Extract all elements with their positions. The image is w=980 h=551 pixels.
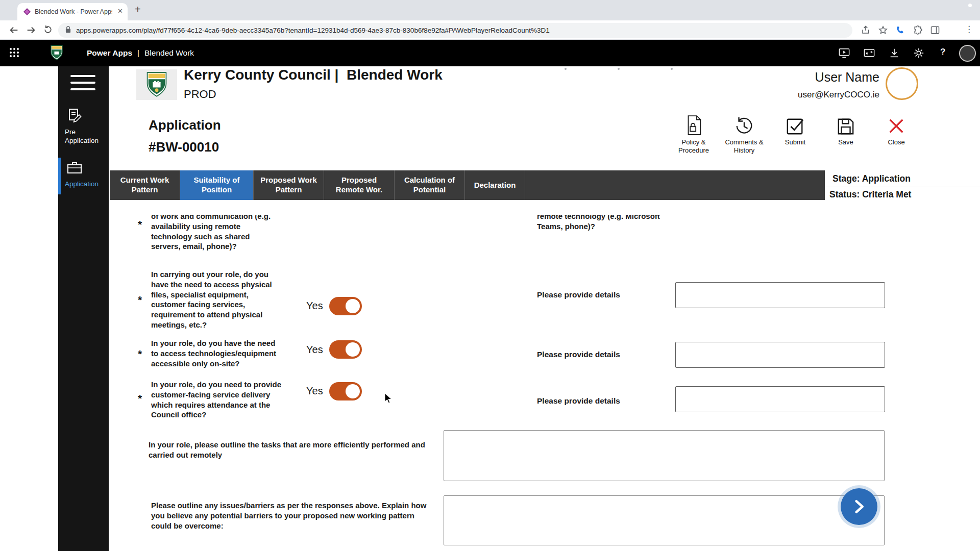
hamburger-menu-icon[interactable] bbox=[70, 75, 95, 95]
action-label: Submit bbox=[785, 138, 805, 146]
tab-suitability-of-position[interactable]: Suitability of Position bbox=[180, 170, 254, 200]
history-clock-icon bbox=[734, 111, 754, 136]
remote-tasks-textarea[interactable] bbox=[444, 430, 885, 481]
app-launcher-waffle-icon[interactable] bbox=[9, 47, 19, 60]
browser-menu-icon[interactable]: ⋮ bbox=[965, 24, 973, 35]
window-control-dot bbox=[968, 4, 972, 7]
browser-tab[interactable]: Blended Work - Power Apps ✕ bbox=[17, 3, 128, 20]
user-name: User Name bbox=[815, 70, 879, 85]
back-button[interactable] bbox=[8, 24, 19, 36]
sidebar-item-pre-application[interactable]: Pre Application bbox=[65, 128, 107, 145]
tab-calculation-of-potential[interactable]: Calculation of Potential bbox=[395, 170, 465, 200]
settings-gear-icon[interactable] bbox=[913, 47, 924, 59]
submit-button[interactable]: Submit bbox=[771, 111, 820, 146]
tab-title: Blended Work - Power Apps bbox=[35, 8, 112, 15]
tab-proposed-work-pattern[interactable]: Proposed Work Pattern bbox=[254, 170, 324, 200]
comments-history-button[interactable]: Comments & History bbox=[720, 111, 769, 155]
record-number: #BW-00010 bbox=[149, 139, 219, 155]
stage-divider bbox=[825, 187, 980, 187]
reload-button[interactable] bbox=[43, 24, 54, 36]
phone-extension-icon[interactable] bbox=[895, 25, 905, 35]
user-avatar[interactable] bbox=[886, 67, 918, 100]
floppy-save-icon bbox=[837, 111, 855, 136]
help-icon[interactable]: ? bbox=[940, 47, 945, 57]
share-icon[interactable] bbox=[861, 25, 871, 35]
bookmark-star-icon[interactable] bbox=[878, 25, 888, 35]
save-button[interactable]: Save bbox=[821, 111, 870, 146]
yes-toggle[interactable] bbox=[329, 340, 362, 359]
checkbox-check-icon bbox=[786, 111, 805, 136]
fit-to-screen-icon[interactable] bbox=[864, 47, 875, 59]
present-screen-icon[interactable] bbox=[839, 47, 850, 59]
mouse-cursor bbox=[384, 393, 394, 406]
details-label: Please provide details bbox=[537, 290, 620, 299]
issues-barriers-textarea[interactable] bbox=[444, 495, 885, 545]
toggle-value-label: Yes bbox=[306, 300, 323, 312]
form-tab-bar: Current Work Pattern Suitability of Posi… bbox=[110, 170, 825, 200]
action-label: Save bbox=[838, 138, 853, 146]
status-label: Status: Criteria Met bbox=[829, 189, 911, 200]
close-x-icon bbox=[887, 111, 906, 136]
details-label: Please provide details bbox=[537, 396, 620, 406]
question-issues-barriers: Please outline any issues/barriers as pe… bbox=[151, 500, 431, 531]
yes-toggle[interactable] bbox=[329, 297, 362, 315]
question-onsite-technology: In your role, do you have the need to ac… bbox=[151, 338, 280, 368]
powerapps-separator: | bbox=[137, 47, 139, 59]
extensions-puzzle-icon[interactable] bbox=[913, 25, 923, 35]
question-remote-tasks: In your role, please outline the tasks t… bbox=[149, 440, 428, 460]
powerapps-app-name: Blended Work bbox=[144, 47, 194, 59]
policy-document-icon bbox=[685, 111, 702, 136]
toggle-value-label: Yes bbox=[306, 385, 323, 397]
question-physical-access: In carrying out your role, do you have t… bbox=[151, 269, 280, 330]
kerry-crest-logo bbox=[136, 69, 177, 100]
question-customer-facing: In your role, do you need to provide cus… bbox=[151, 380, 282, 420]
powerapps-title: Power Apps | Blended Work bbox=[87, 47, 194, 59]
application-icon bbox=[67, 161, 82, 177]
kerry-crest-small-icon bbox=[50, 45, 63, 63]
account-avatar[interactable] bbox=[959, 45, 976, 62]
canvas-dot bbox=[618, 68, 620, 70]
sidebar-active-indicator bbox=[58, 158, 61, 194]
screen: Blended Work - Power Apps ✕ + apps.power… bbox=[0, 0, 980, 551]
details-label: Please provide details bbox=[537, 350, 620, 359]
new-tab-button[interactable]: + bbox=[135, 4, 141, 15]
required-marker: * bbox=[138, 294, 142, 306]
tab-proposed-remote-work[interactable]: Proposed Remote Wor. bbox=[324, 170, 395, 200]
required-marker: * bbox=[138, 392, 142, 405]
app-title: Kerry County Council | Blended Work bbox=[184, 67, 443, 83]
tab-close-icon[interactable]: ✕ bbox=[117, 7, 123, 15]
close-button[interactable]: Close bbox=[872, 111, 921, 146]
action-label: Comments & History bbox=[720, 138, 769, 155]
powerapps-brand: Power Apps bbox=[87, 47, 132, 59]
forward-button[interactable] bbox=[26, 24, 37, 36]
details-input[interactable] bbox=[675, 342, 885, 368]
sidebar-item-application[interactable]: Application bbox=[65, 180, 107, 188]
details-input[interactable] bbox=[675, 386, 885, 412]
action-label: Close bbox=[888, 138, 904, 146]
action-label: Policy & Procedure bbox=[669, 138, 718, 155]
next-page-button[interactable] bbox=[841, 488, 877, 525]
stage-label: Stage: Application bbox=[832, 173, 911, 184]
lock-icon bbox=[65, 26, 71, 35]
details-input[interactable] bbox=[675, 282, 885, 308]
required-marker: * bbox=[138, 218, 142, 231]
toggle-value-label: Yes bbox=[306, 344, 323, 356]
required-marker: * bbox=[138, 348, 142, 360]
browser-tab-strip: Blended Work - Power Apps ✕ + bbox=[0, 0, 980, 20]
chevron-right-icon bbox=[851, 498, 867, 515]
powerapps-favicon-icon bbox=[23, 8, 31, 15]
yes-toggle[interactable] bbox=[329, 382, 362, 400]
tab-current-work-pattern[interactable]: Current Work Pattern bbox=[110, 170, 180, 200]
record-title: Application bbox=[149, 117, 221, 133]
clipped-question-right: remote technology (e.g. Microsoft Teams,… bbox=[537, 215, 665, 245]
canvas-dot bbox=[671, 68, 673, 70]
download-app-icon[interactable] bbox=[889, 47, 900, 59]
policy-procedure-button[interactable]: Policy & Procedure bbox=[669, 111, 718, 155]
environment-label: PROD bbox=[184, 88, 216, 101]
clipped-question-left: of work and communication (e.g. availabi… bbox=[151, 215, 280, 255]
url-text: apps.powerapps.com/play/fd77f656-4c12-4c… bbox=[76, 27, 550, 34]
pre-application-icon bbox=[67, 108, 82, 126]
tab-declaration[interactable]: Declaration bbox=[465, 170, 525, 200]
address-bar[interactable]: apps.powerapps.com/play/fd77f656-4c12-4c… bbox=[58, 23, 852, 38]
side-panel-icon[interactable] bbox=[930, 25, 940, 35]
